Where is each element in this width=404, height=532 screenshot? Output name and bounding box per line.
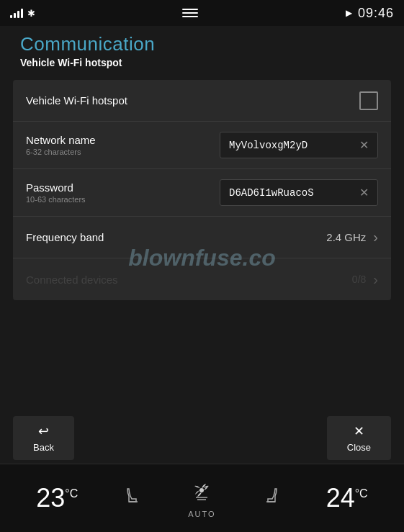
password-input[interactable]: D6AD6I1wRuacoS ✕ [220,179,378,206]
password-label: Password [26,181,86,194]
status-center [182,9,198,17]
password-row: Password 10-63 characters D6AD6I1wRuacoS… [13,169,391,217]
connected-devices-chevron-icon: › [373,271,378,288]
connected-devices-value: 0/8 [352,274,366,285]
page-subtitle: Vehicle Wi-Fi hotspot [20,57,384,68]
page-header: Communication Vehicle Wi-Fi hotspot [0,26,404,74]
password-label-group: Password 10-63 characters [26,181,86,204]
frequency-band-label: Frequency band [26,231,104,243]
status-left: ✱ [10,8,35,19]
left-temp-unit: °C [65,487,78,500]
fan-control[interactable]: AUTO [188,479,215,518]
settings-panel: Vehicle Wi-Fi hotspot Network name 6-32 … [13,80,391,300]
network-name-value: MyVolvoxgM2yD [229,140,352,151]
network-name-label-group: Network name 6-32 characters [26,134,96,156]
frequency-band-chevron-icon[interactable]: › [373,229,378,245]
password-sublabel: 10-63 characters [26,195,86,204]
status-bar: ✱ ▶ 09:46 [0,0,404,26]
status-right: ▶ 09:46 [346,6,394,21]
frequency-band-right: 2.4 GHz › [326,229,378,245]
bottom-buttons: ↩ Back ✕ Close [0,416,404,460]
right-temp-unit: °C [355,487,368,500]
network-name-input[interactable]: MyVolvoxgM2yD ✕ [220,132,378,158]
back-icon: ↩ [38,423,49,439]
climate-bar: 23 °C AUTO [0,464,404,532]
frequency-band-value: 2.4 GHz [326,231,366,243]
bluetooth-icon: ✱ [27,8,35,19]
svg-point-0 [199,488,204,492]
close-button[interactable]: ✕ Close [327,416,391,460]
play-icon: ▶ [346,8,352,18]
wifi-hotspot-label: Vehicle Wi-Fi hotspot [26,94,127,107]
menu-icon [182,9,198,17]
left-temp-display: 23 °C [36,483,78,513]
close-label: Close [347,442,371,453]
password-clear-icon[interactable]: ✕ [359,186,369,199]
connected-devices-row: Connected devices 0/8 › [13,258,391,300]
network-name-row: Network name 6-32 characters MyVolvoxgM2… [13,122,391,169]
right-temp-value: 24 [326,483,355,513]
clock: 09:46 [358,6,394,21]
back-label: Back [33,442,54,453]
frequency-band-row[interactable]: Frequency band 2.4 GHz › [13,217,391,258]
right-temp-display: 24 °C [326,483,368,513]
left-temp-value: 23 [36,483,65,513]
seat-left-icon[interactable] [122,484,145,513]
wifi-hotspot-row[interactable]: Vehicle Wi-Fi hotspot [13,80,391,122]
network-name-label: Network name [26,134,96,146]
app-title: Communication [20,33,384,55]
connected-devices-label: Connected devices [26,274,118,286]
close-icon: ✕ [354,423,364,439]
auto-label: AUTO [188,510,215,518]
wifi-hotspot-checkbox[interactable] [359,91,378,110]
signal-icon [10,8,23,18]
network-name-clear-icon[interactable]: ✕ [359,138,369,152]
seat-right-icon[interactable] [259,484,282,513]
fan-icon [190,479,213,507]
password-value: D6AD6I1wRuacoS [229,187,352,199]
network-name-sublabel: 6-32 characters [26,148,96,156]
connected-devices-right: 0/8 › [352,271,378,288]
back-button[interactable]: ↩ Back [13,416,74,460]
